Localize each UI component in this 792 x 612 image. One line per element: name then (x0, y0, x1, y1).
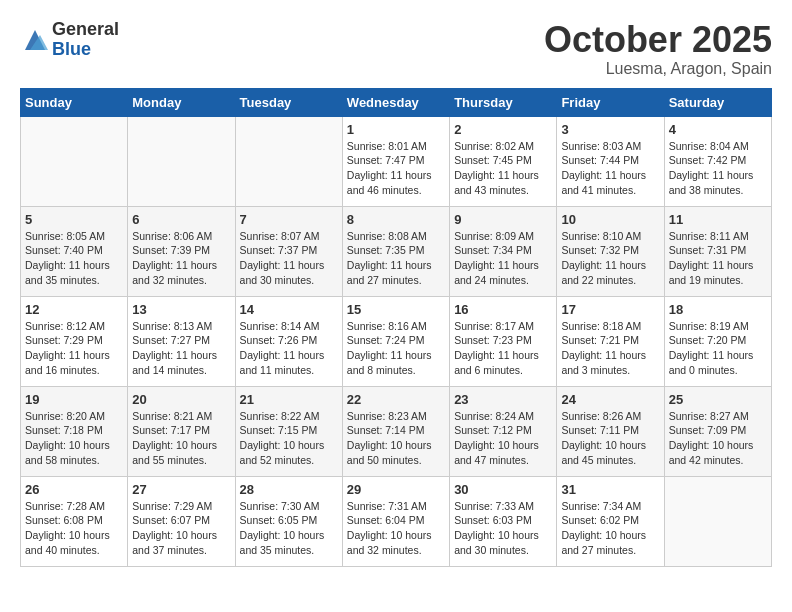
day-info: Sunrise: 7:34 AM Sunset: 6:02 PM Dayligh… (561, 499, 659, 558)
day-info: Sunrise: 8:11 AM Sunset: 7:31 PM Dayligh… (669, 229, 767, 288)
day-number: 14 (240, 302, 338, 317)
day-info: Sunrise: 8:07 AM Sunset: 7:37 PM Dayligh… (240, 229, 338, 288)
day-info: Sunrise: 8:22 AM Sunset: 7:15 PM Dayligh… (240, 409, 338, 468)
calendar-cell: 23Sunrise: 8:24 AM Sunset: 7:12 PM Dayli… (450, 386, 557, 476)
day-info: Sunrise: 8:17 AM Sunset: 7:23 PM Dayligh… (454, 319, 552, 378)
day-info: Sunrise: 8:02 AM Sunset: 7:45 PM Dayligh… (454, 139, 552, 198)
calendar-week-3: 19Sunrise: 8:20 AM Sunset: 7:18 PM Dayli… (21, 386, 772, 476)
calendar-cell: 9Sunrise: 8:09 AM Sunset: 7:34 PM Daylig… (450, 206, 557, 296)
day-number: 7 (240, 212, 338, 227)
weekday-header-sunday: Sunday (21, 88, 128, 116)
day-number: 4 (669, 122, 767, 137)
day-number: 15 (347, 302, 445, 317)
page-header: General Blue October 2025 Luesma, Aragon… (20, 20, 772, 78)
day-number: 3 (561, 122, 659, 137)
day-number: 2 (454, 122, 552, 137)
logo-icon (20, 25, 50, 55)
day-info: Sunrise: 8:14 AM Sunset: 7:26 PM Dayligh… (240, 319, 338, 378)
day-number: 1 (347, 122, 445, 137)
calendar-cell: 20Sunrise: 8:21 AM Sunset: 7:17 PM Dayli… (128, 386, 235, 476)
day-number: 5 (25, 212, 123, 227)
day-info: Sunrise: 8:06 AM Sunset: 7:39 PM Dayligh… (132, 229, 230, 288)
weekday-header-friday: Friday (557, 88, 664, 116)
day-number: 31 (561, 482, 659, 497)
day-info: Sunrise: 7:31 AM Sunset: 6:04 PM Dayligh… (347, 499, 445, 558)
day-number: 18 (669, 302, 767, 317)
calendar-cell: 14Sunrise: 8:14 AM Sunset: 7:26 PM Dayli… (235, 296, 342, 386)
day-number: 29 (347, 482, 445, 497)
location: Luesma, Aragon, Spain (544, 60, 772, 78)
calendar-cell: 10Sunrise: 8:10 AM Sunset: 7:32 PM Dayli… (557, 206, 664, 296)
weekday-header-thursday: Thursday (450, 88, 557, 116)
day-number: 8 (347, 212, 445, 227)
calendar-cell: 16Sunrise: 8:17 AM Sunset: 7:23 PM Dayli… (450, 296, 557, 386)
logo: General Blue (20, 20, 119, 60)
day-number: 16 (454, 302, 552, 317)
day-number: 19 (25, 392, 123, 407)
month-title: October 2025 (544, 20, 772, 60)
calendar-cell: 1Sunrise: 8:01 AM Sunset: 7:47 PM Daylig… (342, 116, 449, 206)
day-info: Sunrise: 8:08 AM Sunset: 7:35 PM Dayligh… (347, 229, 445, 288)
logo-general: General (52, 20, 119, 40)
day-number: 22 (347, 392, 445, 407)
day-number: 24 (561, 392, 659, 407)
day-info: Sunrise: 8:10 AM Sunset: 7:32 PM Dayligh… (561, 229, 659, 288)
day-number: 6 (132, 212, 230, 227)
day-number: 9 (454, 212, 552, 227)
calendar-week-1: 5Sunrise: 8:05 AM Sunset: 7:40 PM Daylig… (21, 206, 772, 296)
calendar-week-0: 1Sunrise: 8:01 AM Sunset: 7:47 PM Daylig… (21, 116, 772, 206)
day-info: Sunrise: 8:09 AM Sunset: 7:34 PM Dayligh… (454, 229, 552, 288)
day-number: 23 (454, 392, 552, 407)
weekday-header-saturday: Saturday (664, 88, 771, 116)
day-number: 13 (132, 302, 230, 317)
day-number: 11 (669, 212, 767, 227)
day-info: Sunrise: 7:28 AM Sunset: 6:08 PM Dayligh… (25, 499, 123, 558)
title-block: October 2025 Luesma, Aragon, Spain (544, 20, 772, 78)
calendar-cell: 27Sunrise: 7:29 AM Sunset: 6:07 PM Dayli… (128, 476, 235, 566)
day-info: Sunrise: 7:30 AM Sunset: 6:05 PM Dayligh… (240, 499, 338, 558)
day-info: Sunrise: 8:16 AM Sunset: 7:24 PM Dayligh… (347, 319, 445, 378)
day-number: 17 (561, 302, 659, 317)
day-number: 25 (669, 392, 767, 407)
calendar-cell: 18Sunrise: 8:19 AM Sunset: 7:20 PM Dayli… (664, 296, 771, 386)
day-info: Sunrise: 8:05 AM Sunset: 7:40 PM Dayligh… (25, 229, 123, 288)
calendar-cell: 31Sunrise: 7:34 AM Sunset: 6:02 PM Dayli… (557, 476, 664, 566)
day-number: 27 (132, 482, 230, 497)
day-number: 26 (25, 482, 123, 497)
calendar-cell (128, 116, 235, 206)
day-info: Sunrise: 8:01 AM Sunset: 7:47 PM Dayligh… (347, 139, 445, 198)
calendar-cell: 19Sunrise: 8:20 AM Sunset: 7:18 PM Dayli… (21, 386, 128, 476)
calendar-cell (235, 116, 342, 206)
logo-blue: Blue (52, 40, 119, 60)
calendar-cell: 13Sunrise: 8:13 AM Sunset: 7:27 PM Dayli… (128, 296, 235, 386)
calendar-cell: 3Sunrise: 8:03 AM Sunset: 7:44 PM Daylig… (557, 116, 664, 206)
calendar-table: SundayMondayTuesdayWednesdayThursdayFrid… (20, 88, 772, 567)
calendar-cell: 22Sunrise: 8:23 AM Sunset: 7:14 PM Dayli… (342, 386, 449, 476)
day-info: Sunrise: 7:29 AM Sunset: 6:07 PM Dayligh… (132, 499, 230, 558)
calendar-cell: 7Sunrise: 8:07 AM Sunset: 7:37 PM Daylig… (235, 206, 342, 296)
calendar-cell: 24Sunrise: 8:26 AM Sunset: 7:11 PM Dayli… (557, 386, 664, 476)
calendar-cell: 25Sunrise: 8:27 AM Sunset: 7:09 PM Dayli… (664, 386, 771, 476)
day-number: 30 (454, 482, 552, 497)
calendar-cell: 5Sunrise: 8:05 AM Sunset: 7:40 PM Daylig… (21, 206, 128, 296)
day-number: 20 (132, 392, 230, 407)
day-info: Sunrise: 7:33 AM Sunset: 6:03 PM Dayligh… (454, 499, 552, 558)
day-info: Sunrise: 8:18 AM Sunset: 7:21 PM Dayligh… (561, 319, 659, 378)
day-info: Sunrise: 8:23 AM Sunset: 7:14 PM Dayligh… (347, 409, 445, 468)
day-number: 21 (240, 392, 338, 407)
day-number: 10 (561, 212, 659, 227)
weekday-header-row: SundayMondayTuesdayWednesdayThursdayFrid… (21, 88, 772, 116)
calendar-cell: 30Sunrise: 7:33 AM Sunset: 6:03 PM Dayli… (450, 476, 557, 566)
weekday-header-monday: Monday (128, 88, 235, 116)
calendar-cell (21, 116, 128, 206)
weekday-header-wednesday: Wednesday (342, 88, 449, 116)
calendar-cell (664, 476, 771, 566)
calendar-cell: 17Sunrise: 8:18 AM Sunset: 7:21 PM Dayli… (557, 296, 664, 386)
day-info: Sunrise: 8:19 AM Sunset: 7:20 PM Dayligh… (669, 319, 767, 378)
calendar-cell: 29Sunrise: 7:31 AM Sunset: 6:04 PM Dayli… (342, 476, 449, 566)
day-info: Sunrise: 8:13 AM Sunset: 7:27 PM Dayligh… (132, 319, 230, 378)
calendar-cell: 12Sunrise: 8:12 AM Sunset: 7:29 PM Dayli… (21, 296, 128, 386)
calendar-cell: 4Sunrise: 8:04 AM Sunset: 7:42 PM Daylig… (664, 116, 771, 206)
day-number: 12 (25, 302, 123, 317)
calendar-cell: 26Sunrise: 7:28 AM Sunset: 6:08 PM Dayli… (21, 476, 128, 566)
